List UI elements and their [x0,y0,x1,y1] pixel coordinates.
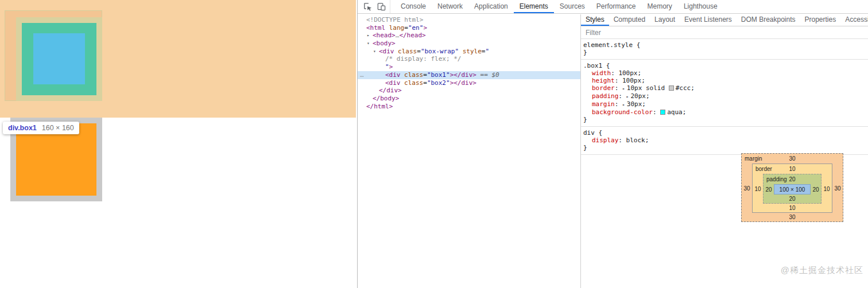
box1-highlight-padding [22,23,96,95]
screen: div.box1 160 × 160 [0,0,868,288]
watermark: @稀土掘金技术社区 [781,265,863,276]
tree-row[interactable]: /* display: flex; */ [358,55,580,63]
main-tab-elements[interactable]: Elements [514,0,554,13]
tree-expand-arrow[interactable]: ▾ [373,48,376,56]
tree-row[interactable]: ▾<div class="box-wrap" style=" [358,48,580,56]
style-rule: element.style {} [581,39,868,60]
margin-left-value: 30 [743,185,750,192]
margin-top-value: 30 [789,155,795,162]
style-rule: div {display: block;} [581,127,868,155]
styles-filter-row [581,26,868,39]
tree-row[interactable]: ▾<body> [358,40,580,48]
box1-highlight-content [33,33,85,84]
style-rules: element.style {}.box1 {width: 100px;heig… [581,39,868,155]
tree-expand-arrow[interactable]: ▾ [367,40,370,48]
side-tab-dom-breakpoints[interactable]: DOM Breakpoints [737,14,800,26]
main-tab-memory[interactable]: Memory [642,0,678,13]
style-rule: .box1 {width: 100px;height: 100px;border… [581,60,868,127]
margin-label: margin [745,155,762,162]
styles-filter-input[interactable] [586,29,864,37]
tree-row[interactable]: …<div class="box1"></div> == $0 [358,71,580,79]
side-tab-event-listeners[interactable]: Event Listeners [680,14,737,26]
tree-row[interactable]: </div> [358,87,580,95]
color-swatch[interactable] [669,85,674,91]
box-model-diagram: margin 30 30 border 10 10 padding 20 20 … [741,153,843,222]
padding-bottom-value: 20 [789,196,795,202]
css-property[interactable]: background-color: aqua; [583,108,866,116]
box-model-padding[interactable]: padding 20 20 100 × 100 20 20 [763,174,822,204]
main-tab-application[interactable]: Application [468,0,514,13]
main-tab-performance[interactable]: Performance [591,0,642,13]
devtools-toolbar: ConsoleNetworkApplicationElementsSources… [358,0,868,14]
border-top-value: 10 [789,166,795,172]
devtools-toolbar-icons [358,0,390,13]
page-box-wrap [0,0,356,118]
css-property[interactable]: padding: ▸20px; [583,92,866,100]
main-tab-lighthouse[interactable]: Lighthouse [678,0,723,13]
tooltip-dimensions: 160 × 160 [42,124,74,132]
devtools-panel: ConsoleNetworkApplicationElementsSources… [357,0,868,288]
margin-bottom-value: 30 [789,214,795,220]
inspect-icon[interactable] [362,2,373,12]
devtools-main-tabs: ConsoleNetworkApplicationElementsSources… [390,0,723,13]
css-property[interactable]: display: block; [583,137,866,144]
rule-selector[interactable]: element.style [583,41,633,49]
box-model-margin[interactable]: margin 30 30 border 10 10 padding 20 20 … [741,153,843,222]
tooltip-selector: div.box1 [8,124,37,132]
tree-row[interactable]: "> [358,63,580,71]
tree-gutter-ellipsis[interactable]: … [360,71,364,79]
expand-shorthand-arrow[interactable]: ▸ [622,102,625,107]
box1-highlight-margin [5,10,102,101]
side-tab-computed[interactable]: Computed [609,14,650,26]
tree-row[interactable]: <div class="box2"></div> [358,79,580,87]
border-right-value: 10 [823,186,830,192]
color-swatch[interactable] [660,110,665,115]
margin-right-value: 30 [834,185,840,192]
page-viewport: div.box1 160 × 160 [0,0,357,288]
border-label: border [755,166,772,172]
side-tab-accessibility[interactable]: Accessibility [840,14,868,26]
side-tab-styles[interactable]: Styles [581,14,609,26]
padding-left-value: 20 [765,186,772,193]
border-left-value: 10 [754,186,761,192]
box-model-content[interactable]: 100 × 100 [774,184,811,194]
tree-row[interactable]: </body> [358,95,580,103]
device-toolbar-icon[interactable] [376,2,386,12]
expand-shorthand-arrow[interactable]: ▸ [622,86,625,91]
inspect-tooltip: div.box1 160 × 160 [3,122,79,134]
side-tab-properties[interactable]: Properties [800,14,841,26]
box-model-border[interactable]: border 10 10 padding 20 20 100 × 100 20 … [752,164,832,213]
main-tab-sources[interactable]: Sources [554,0,591,13]
styles-tabs: StylesComputedLayoutEvent ListenersDOM B… [581,14,868,26]
css-property[interactable]: margin: ▸30px; [583,100,866,108]
tree-expand-arrow[interactable]: ▸ [367,32,370,40]
tree-row[interactable]: <!DOCTYPE html> [358,16,580,24]
padding-right-value: 20 [812,186,819,193]
elements-tree: <!DOCTYPE html><html lang="en">▸<head>…<… [358,14,580,288]
css-property[interactable]: height: 100px; [583,77,866,84]
box1-highlight-border [16,17,102,101]
styles-sidebar: StylesComputedLayoutEvent ListenersDOM B… [580,14,868,288]
tree-row[interactable]: <html lang="en"> [358,24,580,32]
rule-selector[interactable]: .box1 [583,62,602,69]
main-tab-console[interactable]: Console [395,0,432,13]
padding-label: padding [766,176,787,182]
side-tab-layout[interactable]: Layout [650,14,680,26]
rule-selector[interactable]: div [583,129,595,137]
main-tab-network[interactable]: Network [432,0,468,13]
tree-row[interactable]: ▸<head>…</head> [358,32,580,40]
expand-shorthand-arrow[interactable]: ▸ [626,94,629,99]
padding-top-value: 20 [789,176,795,182]
css-property[interactable]: width: 100px; [583,69,866,77]
border-bottom-value: 10 [789,205,795,211]
css-property[interactable]: border: ▸10px solid #ccc; [583,84,866,92]
tree-row[interactable]: </html> [358,103,580,111]
